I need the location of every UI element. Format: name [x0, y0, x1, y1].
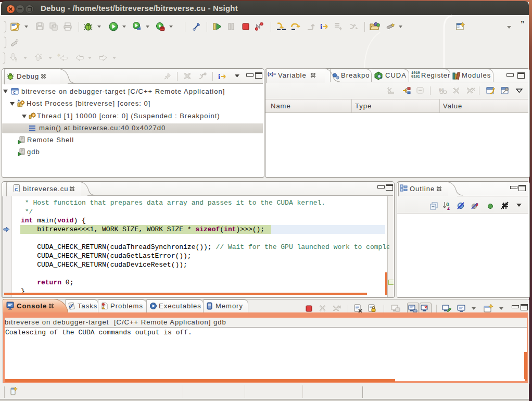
svg-text:c: c	[13, 90, 16, 95]
svg-text:66: 66	[439, 87, 444, 93]
svg-text:i: i	[218, 73, 220, 81]
svg-text:c: c	[15, 186, 18, 192]
svg-text:z: z	[447, 205, 450, 211]
svg-text:i: i	[320, 22, 322, 31]
